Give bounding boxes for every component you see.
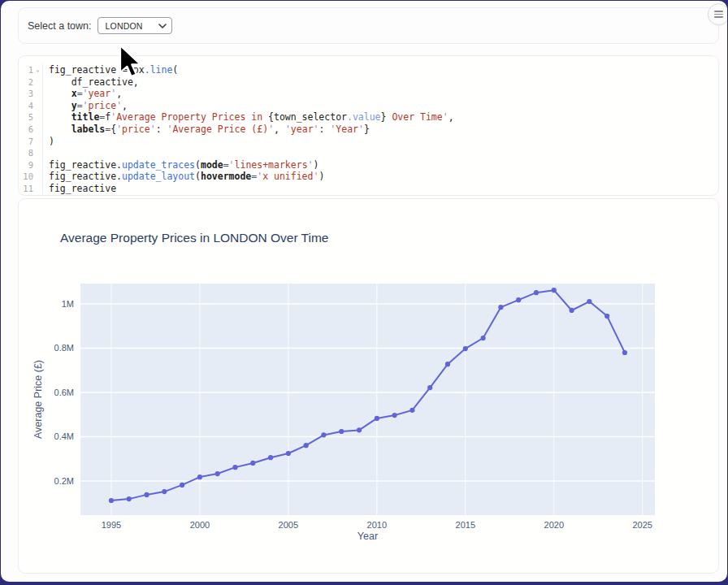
data-point-marker[interactable] <box>445 362 450 366</box>
code-text: title=f'Average Property Prices in {town… <box>42 111 454 124</box>
data-point-marker[interactable] <box>304 443 309 448</box>
fold-chevron-icon[interactable]: ⌄ <box>33 64 42 76</box>
fold-spacer <box>33 159 42 171</box>
data-point-marker[interactable] <box>232 465 237 470</box>
code-line[interactable]: 2 df_reactive, <box>19 76 718 89</box>
data-point-marker[interactable] <box>410 408 414 413</box>
line-number: 10 <box>19 171 33 183</box>
code-text: fig_reactive.update_layout(hovermode='x … <box>42 171 324 183</box>
data-point-marker[interactable] <box>197 474 202 479</box>
y-axis-title: Average Price (£) <box>32 360 44 439</box>
data-point-marker[interactable] <box>339 429 344 434</box>
fold-spacer <box>33 76 42 89</box>
chart-output-panel: 19952000200520102015202020250.2M0.4M0.6M… <box>18 198 719 574</box>
x-tick-label: 2015 <box>456 520 475 530</box>
data-point-marker[interactable] <box>357 427 362 432</box>
y-tick-label: 0.4M <box>54 431 74 441</box>
x-tick-label: 2025 <box>633 520 652 530</box>
data-point-marker[interactable] <box>480 336 485 340</box>
code-line[interactable]: 4 y='price', <box>19 100 718 112</box>
x-tick-label: 2020 <box>544 520 564 530</box>
fold-spacer <box>33 88 42 100</box>
data-point-marker[interactable] <box>180 483 184 488</box>
line-number: 1 <box>19 64 33 76</box>
y-tick-label: 0.8M <box>54 343 74 353</box>
data-point-marker[interactable] <box>587 299 592 304</box>
x-tick-label: 2000 <box>190 520 210 530</box>
data-point-marker[interactable] <box>321 432 326 437</box>
data-point-marker[interactable] <box>162 489 167 494</box>
data-point-marker[interactable] <box>516 297 521 302</box>
line-number: 6 <box>19 124 33 136</box>
x-tick-label: 2010 <box>367 520 387 530</box>
data-point-marker[interactable] <box>604 314 609 318</box>
chart-title: Average Property Prices in LONDON Over T… <box>60 231 329 245</box>
code-text: labels={'price': 'Average Price (£)', 'y… <box>42 124 370 136</box>
hamburger-menu-icon <box>714 11 723 18</box>
code-line[interactable]: 5 title=f'Average Property Prices in {to… <box>19 111 718 124</box>
x-tick-label: 1995 <box>102 520 121 530</box>
data-point-marker[interactable] <box>286 451 291 456</box>
data-point-marker[interactable] <box>622 350 627 355</box>
chevron-down-icon <box>158 24 167 28</box>
data-point-marker[interactable] <box>144 492 149 497</box>
town-selector-panel: Select a town: LONDON <box>18 7 719 44</box>
y-tick-label: 0.6M <box>54 388 74 397</box>
data-point-marker[interactable] <box>463 346 468 351</box>
data-point-marker[interactable] <box>427 385 432 390</box>
data-point-marker[interactable] <box>109 498 114 503</box>
data-point-marker[interactable] <box>375 416 379 421</box>
code-line[interactable]: 11fig_reactive <box>19 183 718 195</box>
data-point-marker[interactable] <box>268 455 273 460</box>
line-number: 7 <box>19 136 33 148</box>
code-text: y='price', <box>42 100 128 112</box>
town-select-dropdown[interactable]: LONDON <box>98 17 172 34</box>
data-point-marker[interactable] <box>392 413 397 418</box>
data-point-marker[interactable] <box>127 496 132 501</box>
property-price-line-chart[interactable]: 19952000200520102015202020250.2M0.4M0.6M… <box>19 199 719 574</box>
x-tick-label: 2005 <box>279 520 298 530</box>
fold-spacer <box>33 100 42 112</box>
y-tick-label: 0.2M <box>54 476 74 486</box>
data-point-marker[interactable] <box>215 471 220 476</box>
data-point-marker[interactable] <box>552 288 557 292</box>
line-number: 11 <box>19 183 33 195</box>
line-number: 3 <box>19 88 33 100</box>
cell-menu-button[interactable] <box>708 3 727 25</box>
fold-spacer <box>33 147 42 159</box>
code-line[interactable]: 1⌄fig_reactive = px.line( <box>19 64 718 76</box>
code-line[interactable]: 9fig_reactive.update_traces(mode='lines+… <box>19 159 718 171</box>
code-text <box>42 147 54 159</box>
line-number: 4 <box>19 100 33 112</box>
line-number: 2 <box>19 76 33 89</box>
x-axis-title: Year <box>358 531 378 542</box>
code-editor[interactable]: 1⌄fig_reactive = px.line(2 df_reactive,3… <box>18 55 719 196</box>
fold-spacer <box>33 183 42 195</box>
code-line[interactable]: 10fig_reactive.update_layout(hovermode='… <box>19 171 718 183</box>
line-number: 8 <box>19 147 33 159</box>
code-line[interactable]: 3 x='year', <box>19 88 718 100</box>
data-point-marker[interactable] <box>250 461 255 466</box>
code-line[interactable]: 8 <box>19 147 718 159</box>
line-number: 9 <box>19 159 33 171</box>
code-text: ) <box>42 136 54 148</box>
code-text: fig_reactive <box>42 183 116 195</box>
data-point-marker[interactable] <box>569 308 574 313</box>
town-select-value: LONDON <box>106 21 158 31</box>
y-tick-label: 1M <box>62 299 74 309</box>
code-text: df_reactive, <box>42 76 139 89</box>
notebook-page: Select a town: LONDON 1⌄fig_reactive = p… <box>1 1 727 582</box>
data-point-marker[interactable] <box>498 305 503 310</box>
data-point-marker[interactable] <box>534 290 539 295</box>
fold-spacer <box>33 124 42 136</box>
code-line[interactable]: 6 labels={'price': 'Average Price (£)', … <box>19 124 718 136</box>
fold-spacer <box>33 171 42 183</box>
fold-spacer <box>33 136 42 148</box>
fold-spacer <box>33 111 42 124</box>
code-text: x='year', <box>42 88 122 100</box>
code-line[interactable]: 7) <box>19 136 718 148</box>
select-town-label: Select a town: <box>28 20 92 32</box>
line-number: 5 <box>19 111 33 124</box>
code-text: fig_reactive.update_traces(mode='lines+m… <box>42 159 318 171</box>
code-text: fig_reactive = px.line( <box>42 64 178 76</box>
